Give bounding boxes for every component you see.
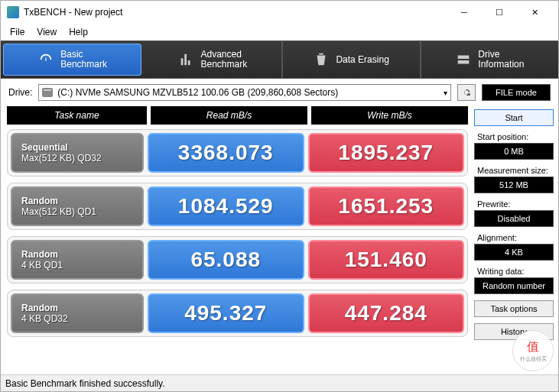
header-write: Write mB/s: [311, 106, 468, 125]
header-read: Read mB/s: [151, 106, 307, 125]
read-value: 3368.073: [148, 133, 304, 173]
disk-icon: [42, 88, 53, 97]
maximize-button[interactable]: ☐: [482, 1, 517, 24]
tab-label: Data Erasing: [336, 54, 388, 65]
task-name-line2: Max(512 KB) QD32: [21, 153, 142, 164]
chevron-down-icon: ▾: [444, 89, 447, 97]
tab-drive-information[interactable]: Drive Information: [421, 41, 558, 78]
tab-data-erasing[interactable]: Data Erasing: [283, 41, 421, 78]
menu-file[interactable]: File: [4, 25, 31, 39]
write-value: 151.460: [308, 240, 465, 280]
write-value: 447.284: [308, 293, 465, 333]
measurement-size-button[interactable]: 512 MB: [474, 177, 554, 193]
tab-label: Advanced Benchmark: [201, 50, 248, 70]
tabbar: Basic Benchmark Advanced Benchmark Data …: [1, 40, 558, 79]
task-name-line1: Random: [21, 249, 142, 260]
results-panel: Task name Read mB/s Write mB/s Sequentia…: [1, 106, 474, 392]
table-header: Task name Read mB/s Write mB/s: [7, 106, 468, 125]
prewrite-label: Prewrite:: [474, 199, 554, 209]
tab-basic-benchmark[interactable]: Basic Benchmark: [3, 44, 141, 76]
writing-data-button[interactable]: Random number: [474, 277, 554, 294]
task-name-line2: 4 KB QD32: [21, 313, 142, 324]
chart-icon: [178, 51, 195, 68]
task-name-line1: Random: [21, 196, 142, 206]
table-row: SequentialMax(512 KB) QD323368.0731895.2…: [7, 129, 468, 177]
tab-label: Drive Information: [478, 50, 524, 70]
app-icon: [7, 6, 19, 18]
drive-select[interactable]: (C:) NVMe SAMSUNG MZVLB512 100.06 GB (20…: [38, 84, 451, 101]
titlebar: TxBENCH - New project ─ ☐ ✕: [1, 1, 558, 24]
task-name-line2: Max(512 KB) QD1: [21, 206, 142, 217]
task-options-button[interactable]: Task options: [474, 300, 554, 317]
read-value: 65.088: [148, 240, 304, 280]
close-button[interactable]: ✕: [517, 1, 552, 24]
writing-data-label: Writing data:: [474, 267, 554, 276]
header-task: Task name: [7, 106, 147, 125]
menu-view[interactable]: View: [31, 25, 63, 39]
status-bar: Basic Benchmark finished successfully.: [1, 374, 558, 391]
erase-icon: [313, 51, 330, 68]
start-position-button[interactable]: 0 MB: [474, 143, 554, 160]
window-title: TxBENCH - New project: [24, 7, 447, 18]
minimize-button[interactable]: ─: [447, 1, 482, 24]
write-value: 1651.253: [308, 186, 465, 226]
file-mode-button[interactable]: FILE mode: [482, 84, 551, 101]
tab-label: Basic Benchmark: [60, 50, 107, 70]
task-name-line1: Random: [21, 303, 142, 313]
alignment-button[interactable]: 4 KB: [474, 244, 554, 261]
table-row: Random4 KB QD165.088151.460: [7, 236, 468, 283]
write-value: 1895.237: [308, 133, 465, 173]
watermark: 值 什么值得买: [512, 330, 554, 371]
prewrite-button[interactable]: Disabled: [474, 210, 554, 227]
task-name-cell: SequentialMax(512 KB) QD32: [11, 133, 144, 173]
refresh-button[interactable]: [457, 84, 476, 101]
drive-label: Drive:: [8, 87, 32, 98]
start-position-label: Start position:: [474, 132, 554, 141]
drive-value: (C:) NVMe SAMSUNG MZVLB512 100.06 GB (20…: [57, 87, 338, 98]
tab-advanced-benchmark[interactable]: Advanced Benchmark: [144, 41, 282, 78]
task-name-line1: Sequential: [21, 142, 142, 153]
menu-help[interactable]: Help: [63, 25, 94, 39]
measurement-size-label: Measurement size:: [474, 166, 554, 175]
read-value: 1084.529: [148, 186, 304, 226]
drive-bar: Drive: (C:) NVMe SAMSUNG MZVLB512 100.06…: [1, 79, 558, 106]
table-row: RandomMax(512 KB) QD11084.5291651.253: [7, 183, 468, 230]
alignment-label: Alignment:: [474, 233, 554, 242]
task-name-cell: RandomMax(512 KB) QD1: [11, 186, 144, 226]
task-name-cell: Random4 KB QD32: [11, 293, 144, 333]
gauge-icon: [37, 51, 54, 68]
start-button[interactable]: Start: [474, 109, 554, 126]
menubar: File View Help: [1, 24, 558, 40]
task-name-line2: 4 KB QD1: [21, 260, 142, 271]
task-name-cell: Random4 KB QD1: [11, 240, 144, 280]
read-value: 495.327: [148, 293, 304, 333]
table-row: Random4 KB QD32495.327447.284: [7, 290, 468, 337]
drive-icon: [455, 51, 472, 68]
